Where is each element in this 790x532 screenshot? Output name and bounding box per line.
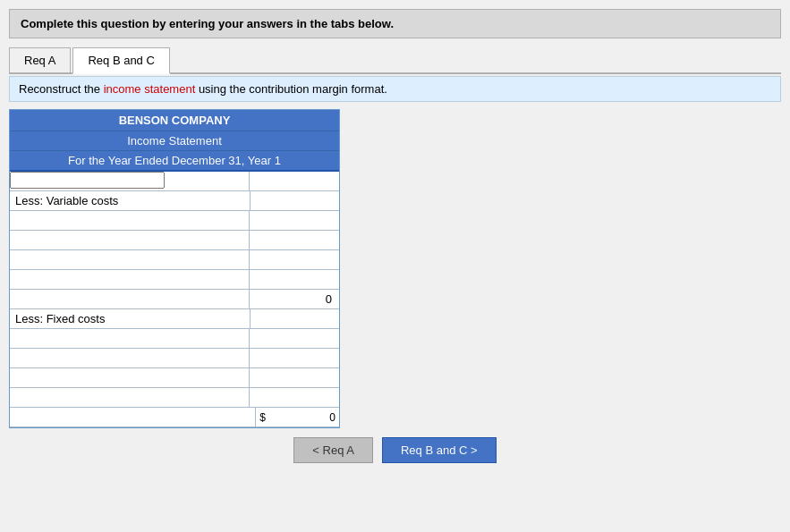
less-variable-input-cell bbox=[250, 191, 339, 210]
variable-cost-row-2 bbox=[10, 231, 339, 250]
net-income-label[interactable] bbox=[10, 408, 256, 426]
fixed-cost-row-1 bbox=[10, 329, 339, 349]
variable-total-row: 0 bbox=[10, 290, 339, 309]
bottom-nav: < Req A Req B and C > bbox=[9, 437, 781, 463]
fixed-cost-row-4 bbox=[10, 388, 339, 408]
less-variable-label: Less: Variable costs bbox=[10, 191, 250, 210]
var-label-2[interactable] bbox=[10, 231, 250, 249]
revenue-value-field[interactable] bbox=[250, 172, 339, 188]
var-value-2[interactable] bbox=[250, 231, 339, 249]
less-fixed-input-cell bbox=[250, 309, 339, 328]
dollar-sign: $ bbox=[256, 408, 268, 426]
next-button[interactable]: Req B and C > bbox=[382, 437, 497, 463]
tabs-row: Req A Req B and C bbox=[9, 47, 781, 74]
revenue-value-cell bbox=[250, 172, 339, 190]
fixed-value-3[interactable] bbox=[250, 368, 339, 387]
net-income-row: $ bbox=[10, 408, 339, 427]
net-income-value[interactable] bbox=[268, 408, 339, 426]
revenue-label-input bbox=[10, 172, 250, 190]
desc-post: using the contribution margin format. bbox=[195, 82, 387, 96]
tab-req-a[interactable]: Req A bbox=[9, 47, 71, 72]
var-value-3[interactable] bbox=[250, 250, 339, 269]
main-container: Complete this question by entering your … bbox=[9, 9, 781, 463]
desc-pre: Reconstruct the bbox=[19, 82, 104, 96]
revenue-row bbox=[10, 172, 339, 191]
desc-highlight: income statement bbox=[104, 82, 196, 96]
less-variable-row: Less: Variable costs bbox=[10, 191, 339, 211]
var-value-4[interactable] bbox=[250, 270, 339, 289]
variable-total-label bbox=[10, 290, 250, 308]
description-bar: Reconstruct the income statement using t… bbox=[9, 76, 781, 102]
variable-cost-row-3 bbox=[10, 250, 339, 270]
prev-button[interactable]: < Req A bbox=[293, 437, 373, 463]
income-statement-table: BENSON COMPANY Income Statement For the … bbox=[9, 109, 340, 428]
table-period: For the Year Ended December 31, Year 1 bbox=[10, 151, 339, 172]
less-fixed-row: Less: Fixed costs bbox=[10, 309, 339, 329]
instruction-bar: Complete this question by entering your … bbox=[9, 9, 781, 38]
table-company-name: BENSON COMPANY bbox=[10, 110, 339, 131]
fixed-value-2[interactable] bbox=[250, 349, 339, 367]
var-label-1[interactable] bbox=[10, 211, 250, 230]
var-label-4[interactable] bbox=[10, 270, 250, 289]
instruction-text: Complete this question by entering your … bbox=[21, 17, 394, 30]
fixed-value-1[interactable] bbox=[250, 329, 339, 348]
variable-cost-row-1 bbox=[10, 211, 339, 231]
fixed-cost-row-3 bbox=[10, 368, 339, 388]
fixed-label-3[interactable] bbox=[10, 368, 250, 387]
fixed-label-2[interactable] bbox=[10, 349, 250, 367]
fixed-label-1[interactable] bbox=[10, 329, 250, 348]
table-statement-title: Income Statement bbox=[10, 131, 339, 151]
tab-req-b-c[interactable]: Req B and C bbox=[72, 47, 169, 74]
var-value-1[interactable] bbox=[250, 211, 339, 230]
fixed-cost-row-2 bbox=[10, 349, 339, 368]
variable-cost-row-4 bbox=[10, 270, 339, 290]
fixed-label-4[interactable] bbox=[10, 388, 250, 407]
revenue-label-field[interactable] bbox=[10, 172, 165, 189]
variable-total-value: 0 bbox=[250, 290, 339, 308]
less-fixed-label: Less: Fixed costs bbox=[10, 309, 250, 328]
fixed-value-4[interactable] bbox=[250, 388, 339, 407]
var-label-3[interactable] bbox=[10, 250, 250, 269]
